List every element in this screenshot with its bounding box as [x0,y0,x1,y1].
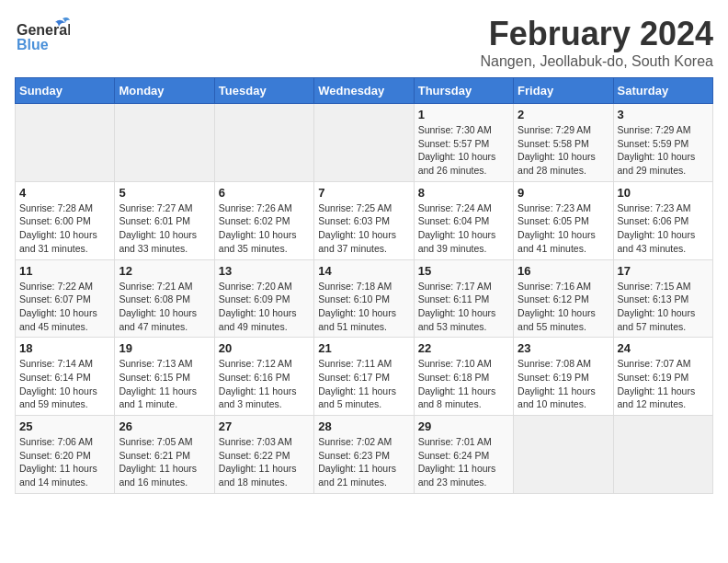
day-number: 5 [119,186,210,200]
weekday-header-wednesday: Wednesday [314,78,414,104]
page-header: General Blue February 2024 Nangen, Jeoll… [15,15,713,70]
weekday-header-tuesday: Tuesday [214,78,313,104]
day-number: 23 [518,341,609,355]
day-number: 7 [318,186,409,200]
day-info: Sunrise: 7:06 AM Sunset: 6:20 PM Dayligh… [19,435,110,489]
calendar-week-row: 18Sunrise: 7:14 AM Sunset: 6:14 PM Dayli… [16,338,713,416]
calendar-cell: 16Sunrise: 7:16 AM Sunset: 6:12 PM Dayli… [514,259,613,338]
calendar-cell: 15Sunrise: 7:17 AM Sunset: 6:11 PM Dayli… [414,259,513,338]
calendar-cell: 17Sunrise: 7:15 AM Sunset: 6:13 PM Dayli… [613,259,712,338]
day-info: Sunrise: 7:08 AM Sunset: 6:19 PM Dayligh… [518,357,609,411]
day-info: Sunrise: 7:22 AM Sunset: 6:07 PM Dayligh… [19,280,110,334]
calendar-cell: 23Sunrise: 7:08 AM Sunset: 6:19 PM Dayli… [514,338,613,416]
calendar-cell: 28Sunrise: 7:02 AM Sunset: 6:23 PM Dayli… [314,416,414,494]
calendar-week-row: 1Sunrise: 7:30 AM Sunset: 5:57 PM Daylig… [16,104,713,182]
calendar-cell: 24Sunrise: 7:07 AM Sunset: 6:19 PM Dayli… [613,338,712,416]
calendar-cell: 10Sunrise: 7:23 AM Sunset: 6:06 PM Dayli… [613,181,712,259]
weekday-header-sunday: Sunday [16,78,115,104]
day-number: 9 [518,186,609,200]
calendar-cell: 20Sunrise: 7:12 AM Sunset: 6:16 PM Dayli… [214,338,313,416]
day-number: 4 [19,186,110,200]
weekday-header-monday: Monday [115,78,214,104]
day-number: 13 [219,264,310,278]
day-info: Sunrise: 7:12 AM Sunset: 6:16 PM Dayligh… [219,357,310,411]
calendar-cell: 11Sunrise: 7:22 AM Sunset: 6:07 PM Dayli… [16,259,115,338]
calendar-cell: 25Sunrise: 7:06 AM Sunset: 6:20 PM Dayli… [16,416,115,494]
calendar-cell: 29Sunrise: 7:01 AM Sunset: 6:24 PM Dayli… [414,416,513,494]
day-info: Sunrise: 7:11 AM Sunset: 6:17 PM Dayligh… [318,357,409,411]
day-number: 25 [19,419,110,433]
day-number: 20 [219,341,310,355]
day-info: Sunrise: 7:15 AM Sunset: 6:13 PM Dayligh… [618,280,709,334]
calendar-week-row: 11Sunrise: 7:22 AM Sunset: 6:07 PM Dayli… [16,259,713,338]
day-info: Sunrise: 7:07 AM Sunset: 6:19 PM Dayligh… [618,357,709,411]
calendar-cell: 6Sunrise: 7:26 AM Sunset: 6:02 PM Daylig… [214,181,313,259]
calendar-cell [16,104,115,182]
day-number: 16 [518,264,609,278]
svg-text:General: General [17,22,70,38]
day-number: 2 [518,108,609,121]
day-number: 8 [418,186,509,200]
calendar-cell: 26Sunrise: 7:05 AM Sunset: 6:21 PM Dayli… [115,416,214,494]
calendar-cell: 18Sunrise: 7:14 AM Sunset: 6:14 PM Dayli… [16,338,115,416]
calendar-week-row: 25Sunrise: 7:06 AM Sunset: 6:20 PM Dayli… [16,416,713,494]
calendar-title: February 2024 [480,15,713,53]
day-info: Sunrise: 7:24 AM Sunset: 6:04 PM Dayligh… [418,201,509,256]
day-number: 15 [418,264,509,278]
calendar-cell: 5Sunrise: 7:27 AM Sunset: 6:01 PM Daylig… [115,181,214,259]
calendar-cell [514,416,613,494]
calendar-cell: 8Sunrise: 7:24 AM Sunset: 6:04 PM Daylig… [414,181,513,259]
calendar-cell [314,104,414,182]
calendar-subtitle: Nangen, Jeollabuk-do, South Korea [480,53,713,70]
day-number: 29 [418,419,509,433]
day-number: 27 [219,419,310,433]
day-info: Sunrise: 7:26 AM Sunset: 6:02 PM Dayligh… [219,201,310,256]
calendar-cell [613,416,712,494]
day-number: 6 [219,186,310,200]
calendar-cell [115,104,214,182]
day-number: 17 [618,264,709,278]
day-info: Sunrise: 7:16 AM Sunset: 6:12 PM Dayligh… [518,280,609,334]
calendar-cell: 14Sunrise: 7:18 AM Sunset: 6:10 PM Dayli… [314,259,414,338]
day-number: 12 [119,264,210,278]
day-number: 22 [418,341,509,355]
calendar-table: SundayMondayTuesdayWednesdayThursdayFrid… [15,77,713,494]
calendar-cell: 7Sunrise: 7:25 AM Sunset: 6:03 PM Daylig… [314,181,414,259]
logo-icon: General Blue [15,15,70,61]
day-number: 19 [119,341,210,355]
day-number: 18 [19,341,110,355]
day-number: 11 [19,264,110,278]
calendar-cell [214,104,313,182]
day-info: Sunrise: 7:02 AM Sunset: 6:23 PM Dayligh… [318,435,409,489]
calendar-week-row: 4Sunrise: 7:28 AM Sunset: 6:00 PM Daylig… [16,181,713,259]
calendar-cell: 27Sunrise: 7:03 AM Sunset: 6:22 PM Dayli… [214,416,313,494]
day-info: Sunrise: 7:03 AM Sunset: 6:22 PM Dayligh… [219,435,310,489]
day-info: Sunrise: 7:20 AM Sunset: 6:09 PM Dayligh… [219,280,310,334]
calendar-cell: 13Sunrise: 7:20 AM Sunset: 6:09 PM Dayli… [214,259,313,338]
day-info: Sunrise: 7:23 AM Sunset: 6:05 PM Dayligh… [518,201,609,256]
weekday-header-saturday: Saturday [613,78,712,104]
day-info: Sunrise: 7:30 AM Sunset: 5:57 PM Dayligh… [418,123,509,178]
day-number: 21 [318,341,409,355]
weekday-header-row: SundayMondayTuesdayWednesdayThursdayFrid… [16,78,713,104]
weekday-header-friday: Friday [514,78,613,104]
day-info: Sunrise: 7:13 AM Sunset: 6:15 PM Dayligh… [119,357,210,411]
calendar-cell: 22Sunrise: 7:10 AM Sunset: 6:18 PM Dayli… [414,338,513,416]
svg-text:Blue: Blue [17,37,49,52]
day-number: 26 [119,419,210,433]
day-info: Sunrise: 7:27 AM Sunset: 6:01 PM Dayligh… [119,201,210,256]
day-info: Sunrise: 7:29 AM Sunset: 5:59 PM Dayligh… [618,123,709,178]
calendar-cell: 1Sunrise: 7:30 AM Sunset: 5:57 PM Daylig… [414,104,513,182]
day-info: Sunrise: 7:23 AM Sunset: 6:06 PM Dayligh… [618,201,709,256]
day-info: Sunrise: 7:14 AM Sunset: 6:14 PM Dayligh… [19,357,110,411]
calendar-cell: 3Sunrise: 7:29 AM Sunset: 5:59 PM Daylig… [613,104,712,182]
day-info: Sunrise: 7:21 AM Sunset: 6:08 PM Dayligh… [119,280,210,334]
weekday-header-thursday: Thursday [414,78,513,104]
day-info: Sunrise: 7:29 AM Sunset: 5:58 PM Dayligh… [518,123,609,178]
day-number: 24 [618,341,709,355]
calendar-cell: 21Sunrise: 7:11 AM Sunset: 6:17 PM Dayli… [314,338,414,416]
day-info: Sunrise: 7:10 AM Sunset: 6:18 PM Dayligh… [418,357,509,411]
day-number: 14 [318,264,409,278]
day-number: 10 [618,186,709,200]
day-number: 1 [418,108,509,121]
